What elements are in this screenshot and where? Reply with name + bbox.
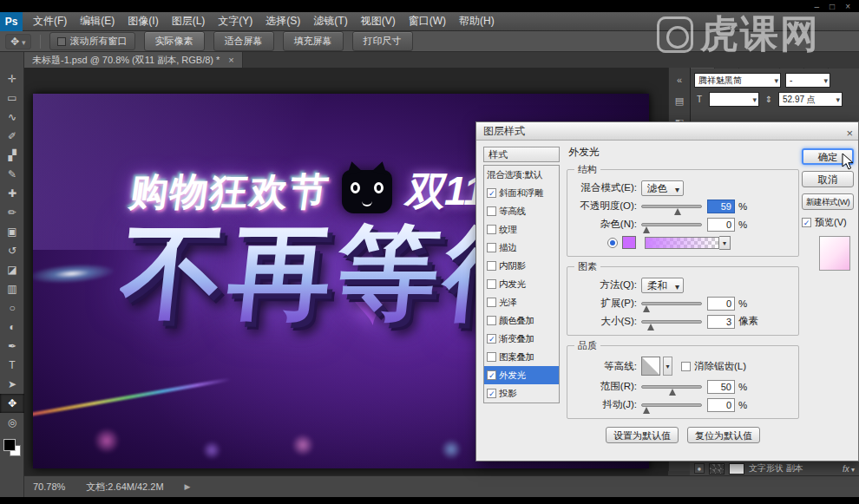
blend-mode-select[interactable]: 滤色: [641, 180, 684, 196]
dodge-tool[interactable]: ◐: [0, 317, 24, 337]
menu-image[interactable]: 图像(I): [128, 14, 158, 29]
menu-file[interactable]: 文件(F): [33, 14, 67, 29]
tool-preset-picker[interactable]: ✥: [5, 34, 31, 49]
layer-mask-thumbnail[interactable]: [729, 463, 744, 475]
print-size-button[interactable]: 打印尺寸: [352, 31, 413, 51]
checkbox-icon[interactable]: [487, 370, 496, 380]
range-input[interactable]: 50: [707, 380, 735, 394]
fit-screen-button[interactable]: 适合屏幕: [213, 31, 274, 51]
glow-gradient-bar[interactable]: [645, 237, 719, 249]
style-item-satin[interactable]: 光泽: [484, 293, 559, 311]
lasso-tool[interactable]: ∿: [0, 108, 24, 127]
brush-tool[interactable]: ✏: [0, 203, 24, 222]
dialog-close-icon[interactable]: ×: [846, 124, 853, 142]
gradient-picker-caret-icon[interactable]: ▾: [719, 236, 731, 250]
leading-select[interactable]: 52.97 点: [778, 92, 843, 107]
font-family-select[interactable]: 腾祥魅黑简: [694, 73, 781, 88]
range-slider[interactable]: [641, 385, 702, 389]
panel-grid-icon[interactable]: ▤: [669, 95, 690, 107]
history-brush-tool[interactable]: ↺: [0, 241, 24, 260]
style-item-gradient-overlay[interactable]: 渐变叠加: [484, 330, 559, 348]
checkbox-icon[interactable]: [487, 243, 496, 252]
style-item-drop-shadow[interactable]: 投影: [484, 384, 559, 403]
menu-filter[interactable]: 滤镜(T): [313, 14, 347, 29]
noise-slider[interactable]: [641, 223, 702, 226]
jitter-input[interactable]: 0: [707, 398, 735, 412]
jitter-slider[interactable]: [641, 403, 702, 407]
foreground-color-swatch[interactable]: [3, 439, 16, 451]
glow-color-swatch[interactable]: [622, 236, 636, 249]
antialias-checkbox[interactable]: [681, 362, 691, 371]
pen-tool[interactable]: ✒: [0, 337, 24, 356]
size-input[interactable]: 3: [707, 315, 735, 329]
checkbox-icon[interactable]: [487, 298, 496, 307]
hand-tool[interactable]: ✥: [0, 394, 24, 413]
document-tab[interactable]: 未标题-1.psd @ 70.8% (双11 副本, RGB/8) * ×: [24, 52, 243, 68]
collapse-panels-icon[interactable]: «: [669, 75, 690, 85]
checkbox-icon[interactable]: [487, 389, 496, 398]
minimize-icon[interactable]: –: [815, 2, 820, 11]
checkbox-icon[interactable]: [487, 334, 496, 344]
preview-checkbox[interactable]: [802, 218, 811, 227]
marquee-tool[interactable]: ▭: [0, 88, 24, 108]
set-default-button[interactable]: 设置为默认值: [606, 427, 679, 443]
quick-selection-tool[interactable]: ✐: [0, 127, 24, 146]
reset-default-button[interactable]: 复位为默认值: [687, 427, 760, 443]
healing-brush-tool[interactable]: ✚: [0, 184, 24, 203]
eyedropper-tool[interactable]: ✎: [0, 165, 24, 184]
eraser-tool[interactable]: ◪: [0, 260, 24, 279]
close-icon[interactable]: ×: [845, 2, 850, 11]
ps-logo[interactable]: Ps: [0, 12, 23, 31]
style-item-color-overlay[interactable]: 颜色叠加: [484, 311, 559, 330]
zoom-level[interactable]: 70.78%: [33, 481, 65, 492]
fill-screen-button[interactable]: 填充屏幕: [283, 31, 344, 51]
layer-thumbnail[interactable]: [709, 463, 725, 475]
method-select[interactable]: 柔和: [641, 278, 684, 293]
menu-layer[interactable]: 图层(L): [172, 14, 206, 29]
opacity-slider[interactable]: [641, 205, 702, 208]
noise-input[interactable]: 0: [707, 218, 735, 232]
font-style-select[interactable]: -: [785, 73, 830, 88]
menu-type[interactable]: 文字(Y): [218, 14, 252, 29]
menu-select[interactable]: 选择(S): [266, 14, 300, 29]
contour-caret-icon[interactable]: ▾: [663, 357, 672, 376]
actual-pixels-button[interactable]: 实际像素: [144, 31, 205, 51]
checkbox-icon[interactable]: [487, 206, 496, 216]
spread-input[interactable]: 0: [707, 297, 735, 311]
style-item-bevel-emboss[interactable]: 斜面和浮雕: [484, 184, 559, 202]
style-item-inner-shadow[interactable]: 内阴影: [484, 257, 559, 275]
maximize-icon[interactable]: □: [829, 2, 835, 11]
tab-close-icon[interactable]: ×: [228, 55, 233, 65]
menu-window[interactable]: 窗口(W): [409, 14, 446, 29]
move-tool[interactable]: ✛: [0, 69, 24, 88]
path-selection-tool[interactable]: ➤: [0, 375, 24, 394]
clone-stamp-tool[interactable]: ▣: [0, 222, 24, 241]
crop-tool[interactable]: ▞: [0, 146, 24, 165]
status-options-arrow-icon[interactable]: ▶: [185, 482, 191, 491]
spread-slider[interactable]: [641, 302, 702, 305]
dialog-titlebar[interactable]: 图层样式 ×: [476, 122, 858, 141]
checkbox-icon[interactable]: [487, 188, 496, 198]
font-size-select[interactable]: [709, 92, 759, 107]
scroll-all-windows-checkbox[interactable]: 滚动所有窗口: [49, 32, 135, 50]
checkbox-icon[interactable]: [487, 352, 496, 362]
layer-name[interactable]: 文字形状 副本: [749, 462, 803, 475]
color-swatches[interactable]: [3, 439, 21, 456]
style-item-inner-glow[interactable]: 内发光: [484, 275, 559, 293]
menu-edit[interactable]: 编辑(E): [80, 14, 115, 29]
style-item-texture[interactable]: 纹理: [484, 220, 559, 239]
checkbox-icon[interactable]: [487, 225, 496, 234]
layers-panel-row[interactable]: ● 文字形状 副本 fx: [690, 461, 859, 475]
gradient-tool[interactable]: ▥: [0, 279, 24, 298]
layer-visibility-eye-icon[interactable]: ●: [694, 463, 705, 474]
style-item-pattern-overlay[interactable]: 图案叠加: [484, 348, 559, 366]
checkbox-icon[interactable]: [487, 316, 496, 325]
checkbox-icon[interactable]: [487, 261, 496, 271]
blur-tool[interactable]: ○: [0, 298, 24, 317]
style-item-blend-options[interactable]: 混合选项:默认: [484, 166, 559, 184]
style-item-outer-glow[interactable]: 外发光: [484, 366, 559, 384]
cancel-button[interactable]: 取消: [802, 171, 854, 187]
style-item-stroke[interactable]: 描边: [484, 239, 559, 257]
type-tool[interactable]: T: [0, 356, 24, 375]
checkbox-icon[interactable]: [487, 279, 496, 289]
